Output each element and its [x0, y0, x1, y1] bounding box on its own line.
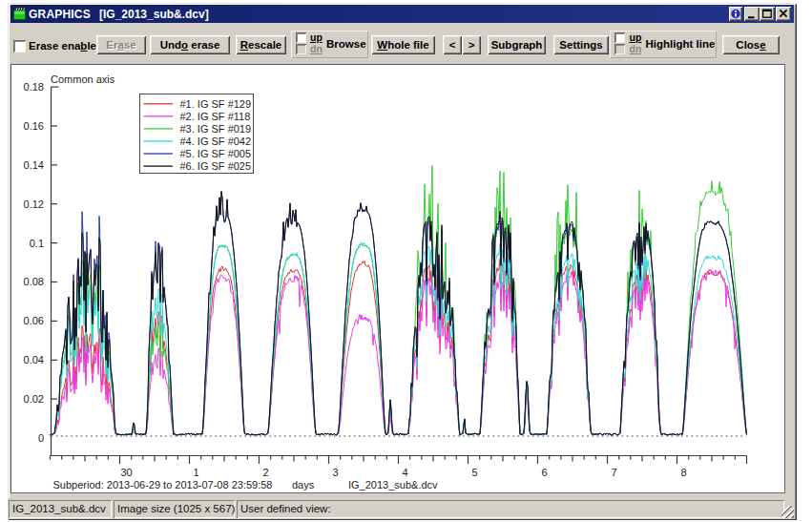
svg-text:#6. IG SF #025: #6. IG SF #025 [180, 160, 252, 172]
svg-text:0.1: 0.1 [30, 238, 44, 249]
svg-text:8: 8 [680, 467, 686, 478]
svg-text:#2. IG SF #118: #2. IG SF #118 [180, 111, 251, 122]
svg-text:0.06: 0.06 [24, 315, 44, 326]
svg-text:IG_2013_sub&.dcv: IG_2013_sub&.dcv [348, 479, 438, 491]
svg-text:1: 1 [193, 467, 198, 478]
svg-text:Common axis: Common axis [51, 73, 115, 85]
svg-text:#4. IG SF #042: #4. IG SF #042 [180, 136, 252, 147]
svg-text:0: 0 [38, 432, 44, 444]
svg-text:3: 3 [332, 467, 338, 478]
svg-text:days: days [292, 479, 315, 491]
svg-text:#3. IG SF #019: #3. IG SF #019 [180, 123, 252, 135]
svg-text:0.18: 0.18 [24, 81, 44, 93]
svg-text:6: 6 [541, 467, 547, 478]
svg-text:0.12: 0.12 [24, 198, 44, 210]
svg-text:#5. IG SF #005: #5. IG SF #005 [180, 148, 252, 159]
svg-text:30: 30 [120, 467, 132, 478]
svg-text:4: 4 [402, 467, 407, 478]
svg-text:0.04: 0.04 [24, 354, 44, 365]
svg-text:#1. IG SF #129: #1. IG SF #129 [180, 98, 252, 110]
svg-text:Subperiod: 2013-06-29 to 2013-: Subperiod: 2013-06-29 to 2013-07-08 23:5… [53, 479, 273, 491]
svg-text:0.16: 0.16 [24, 120, 44, 132]
svg-text:7: 7 [611, 467, 616, 478]
svg-text:2: 2 [262, 467, 268, 478]
svg-text:5: 5 [471, 467, 477, 478]
svg-text:0.02: 0.02 [24, 393, 44, 405]
svg-text:0.08: 0.08 [24, 276, 44, 287]
svg-text:0.14: 0.14 [24, 159, 44, 171]
